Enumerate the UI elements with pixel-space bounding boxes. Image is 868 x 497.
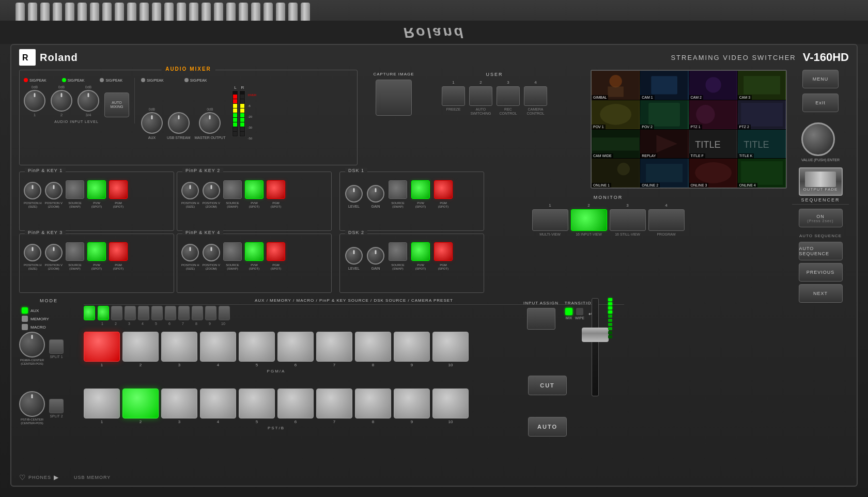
user-btn-4[interactable] xyxy=(524,86,547,106)
seq-on-btn[interactable]: ON (Press 2sec) xyxy=(799,209,843,227)
pinp4-pgm-btn[interactable] xyxy=(267,242,285,261)
monitor-btn-2[interactable] xyxy=(571,209,607,231)
pinp4-source-btn[interactable] xyxy=(223,242,242,261)
master-output-knob[interactable] xyxy=(199,112,221,134)
dsk2-gain-knob[interactable] xyxy=(367,247,384,265)
mode-small-btn-7[interactable] xyxy=(178,306,190,320)
monitor-btn-4[interactable] xyxy=(648,209,685,231)
pinp1-pvw-btn[interactable] xyxy=(87,180,106,199)
mode-small-btn-2[interactable] xyxy=(111,306,122,320)
dsk1-source-btn[interactable] xyxy=(389,180,407,199)
pinp1-pgm-btn[interactable] xyxy=(109,180,128,199)
exit-button[interactable]: ExIt xyxy=(802,94,839,112)
seq-auto-btn[interactable]: AUTO SEQUENCE xyxy=(799,242,843,260)
pgm-btn-6[interactable] xyxy=(277,332,314,362)
user-btn-1[interactable] xyxy=(442,86,465,106)
seq-next-btn[interactable]: NEXT xyxy=(799,284,843,303)
pst-btn-4[interactable] xyxy=(200,389,236,418)
mode-small-btn-4[interactable] xyxy=(138,306,149,320)
dsk1-level-knob[interactable] xyxy=(345,185,363,203)
pinp2-pos-h-knob[interactable] xyxy=(181,182,199,199)
pst-btn-3[interactable] xyxy=(161,389,197,418)
dsk1-pvw-group: PVW(SPOT) xyxy=(411,180,430,209)
pgm-btn-1[interactable] xyxy=(84,332,120,362)
pst-btn-1[interactable] xyxy=(84,389,120,418)
pgm-btn-9[interactable] xyxy=(394,332,430,362)
tbar-handle[interactable] xyxy=(582,328,609,342)
seq-previous-btn[interactable]: PREVIOUS xyxy=(799,263,843,282)
dsk1-pvw-btn[interactable] xyxy=(411,180,430,199)
usb-stream-knob[interactable] xyxy=(168,112,190,134)
pinp2-pvw-group: PVW(SPOT) xyxy=(245,180,264,209)
pinp1-source-btn[interactable] xyxy=(66,180,84,199)
pinp3-source-btn[interactable] xyxy=(66,242,84,261)
capture-image-btn[interactable] xyxy=(376,80,412,116)
pgm-center-knob[interactable] xyxy=(19,332,45,358)
mode-small-btn-5[interactable] xyxy=(151,306,163,320)
output-fade-btn[interactable]: OUTPUT FADE xyxy=(799,167,843,196)
pgm-btn-7[interactable] xyxy=(316,332,352,362)
cut-button[interactable]: CUT xyxy=(528,376,567,395)
pst-btn-8[interactable] xyxy=(355,389,391,418)
monitor-btn-1[interactable] xyxy=(532,209,568,231)
dsk2-pvw-btn[interactable] xyxy=(411,242,430,261)
pgm-btn-10[interactable] xyxy=(432,332,469,362)
pinp1-pos-h-knob[interactable] xyxy=(24,182,41,199)
pinp1-pos-v-knob[interactable] xyxy=(45,182,63,199)
pinp4-pos-v-knob[interactable] xyxy=(203,244,220,261)
pgm-btn-2[interactable] xyxy=(122,332,159,362)
audio-knob-2[interactable] xyxy=(51,90,72,112)
pinp3-pos-v-knob[interactable] xyxy=(45,244,63,261)
pst-btn-2[interactable] xyxy=(122,389,159,418)
dsk1-pgm-btn[interactable] xyxy=(434,180,453,199)
mode-small-btn-9[interactable] xyxy=(205,306,216,320)
audio-knob-34[interactable] xyxy=(78,90,99,112)
mode-small-btn-6[interactable] xyxy=(165,306,176,320)
mode-small-btn-3[interactable] xyxy=(125,306,136,320)
dsk2-level-knob[interactable] xyxy=(345,247,363,265)
pst-btn-5[interactable] xyxy=(239,389,275,418)
mode-macro: MACRO xyxy=(22,324,79,330)
dsk2-pgm-btn[interactable] xyxy=(434,242,453,261)
pgm-btn-5[interactable] xyxy=(239,332,275,362)
pinp2-source-btn[interactable] xyxy=(223,180,242,199)
dsk2-source-btn[interactable] xyxy=(389,242,407,261)
mode-small-btn-active[interactable] xyxy=(98,306,109,320)
auto-mixing-btn[interactable]: AUTOMIXING xyxy=(104,92,129,117)
pinp3-pgm-btn[interactable] xyxy=(109,242,128,261)
dsk2-gain: GAIN xyxy=(367,247,384,271)
menu-button[interactable]: MENU xyxy=(802,70,839,88)
aux-knob[interactable] xyxy=(141,112,163,134)
pinp3-pos-h-knob[interactable] xyxy=(24,244,41,261)
pst-btn-9[interactable] xyxy=(394,389,430,418)
pinp2-pos-v-knob[interactable] xyxy=(203,182,220,199)
pst-center-knob[interactable] xyxy=(19,391,45,417)
monitor-btn-3[interactable] xyxy=(610,209,646,231)
mode-small-btn-10[interactable] xyxy=(219,306,230,320)
split1-btn[interactable] xyxy=(49,339,64,354)
pst-btn-7[interactable] xyxy=(316,389,352,418)
audio-knob-1[interactable] xyxy=(24,90,45,112)
dsk1-gain-knob[interactable] xyxy=(367,185,384,203)
pinp3-pvw-btn[interactable] xyxy=(87,242,106,261)
pst-btn-10[interactable] xyxy=(432,389,469,418)
pinp2-title: PinP & KEY 2 xyxy=(182,168,223,173)
pst-btn-6[interactable] xyxy=(277,389,314,418)
mode-small-btn-8[interactable] xyxy=(192,306,203,320)
pinp4-pos-h-knob[interactable] xyxy=(181,244,199,261)
sequencer-section: SEQUENCER ON (Press 2sec) AUTO SEQUENCE … xyxy=(792,197,849,305)
pgm-btn-3[interactable] xyxy=(161,332,197,362)
user-btn-3[interactable] xyxy=(497,86,520,106)
pgm-btn-1-group: 1 xyxy=(84,332,120,367)
pgm-btn-4[interactable] xyxy=(200,332,236,362)
pinp4-pvw-btn[interactable] xyxy=(245,242,264,261)
user-btn-2[interactable] xyxy=(469,86,492,106)
value-knob[interactable] xyxy=(801,122,835,156)
pinp2-pvw-btn[interactable] xyxy=(245,180,264,199)
auto-button[interactable]: AUTO xyxy=(528,417,567,437)
pgm-btn-8[interactable] xyxy=(355,332,391,362)
sig-peak-2-led xyxy=(62,78,66,82)
pinp2-pgm-btn[interactable] xyxy=(267,180,285,199)
mode-aux-btn[interactable] xyxy=(84,306,95,320)
split2-btn[interactable] xyxy=(49,399,64,413)
